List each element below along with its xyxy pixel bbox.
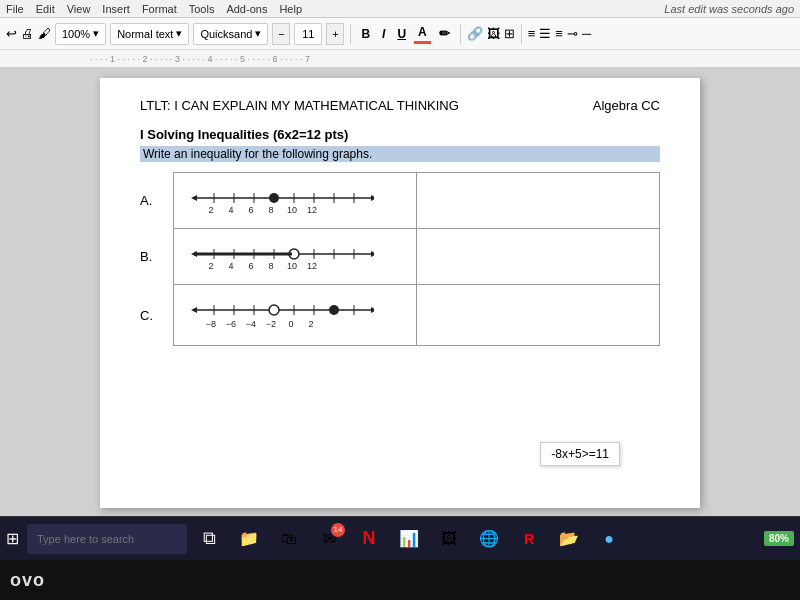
- notification-badge: 14: [331, 523, 345, 537]
- print-icon[interactable]: 🖨: [21, 26, 34, 41]
- toolbar: ↩ 🖨 🖌 100% ▾ Normal text ▾ Quicksand ▾ −…: [0, 18, 800, 50]
- number-line-table: A.: [140, 172, 660, 346]
- section-subtitle: Write an inequality for the following gr…: [140, 146, 660, 162]
- ruler: · · · · 1 · · · · · 2 · · · · · 3 · · · …: [0, 50, 800, 68]
- menu-file[interactable]: File: [6, 3, 24, 15]
- taskbar: ⊞ ⧉ 📁 🛍 ✉ 14 N 📊 🖼 🌐 R 📂 ● 80%: [0, 516, 800, 560]
- row-b-answer[interactable]: [416, 229, 659, 285]
- number-line-a-svg: 2 4 6 8 10 12: [184, 183, 374, 218]
- svg-point-11: [269, 193, 279, 203]
- minus-icon[interactable]: ─: [582, 26, 591, 41]
- svg-text:10: 10: [287, 261, 297, 271]
- row-a-label: A.: [140, 173, 173, 229]
- os-logo-bar: ovo: [0, 560, 800, 600]
- search-input[interactable]: [27, 524, 187, 554]
- svg-text:−6: −6: [226, 319, 236, 329]
- highlight-icon[interactable]: ✏: [435, 24, 454, 43]
- divider-1: [350, 24, 351, 44]
- svg-text:4: 4: [228, 261, 233, 271]
- menu-edit[interactable]: Edit: [36, 3, 55, 15]
- svg-text:12: 12: [307, 205, 317, 215]
- bold-button[interactable]: B: [357, 25, 374, 43]
- number-line-b-svg: 2 4 6 8 10 12: [184, 239, 374, 274]
- ruler-content: · · · · 1 · · · · · 2 · · · · · 3 · · · …: [90, 54, 800, 64]
- netflix-icon[interactable]: N: [351, 521, 387, 557]
- chevron-down-icon: ▾: [93, 27, 99, 40]
- underline-button[interactable]: U: [393, 25, 410, 43]
- svg-text:2: 2: [208, 205, 213, 215]
- number-line-c-svg: −8 −6 −4 −2 0 2: [184, 295, 374, 335]
- row-a-answer[interactable]: [416, 173, 659, 229]
- tooltip-popup: -8x+5>=11: [540, 442, 620, 466]
- divider-2: [460, 24, 461, 44]
- svg-text:6: 6: [248, 205, 253, 215]
- zoom-dropdown[interactable]: 100% ▾: [55, 23, 106, 45]
- svg-text:4: 4: [228, 205, 233, 215]
- svg-marker-2: [371, 195, 374, 201]
- row-a-line: 2 4 6 8 10 12: [173, 173, 416, 229]
- svg-marker-20: [371, 251, 374, 257]
- svg-marker-38: [191, 307, 197, 313]
- row-c-line: −8 −6 −4 −2 0 2: [173, 285, 416, 346]
- menu-bar: File Edit View Insert Format Tools Add-o…: [0, 0, 800, 18]
- chrome-icon[interactable]: 🌐: [471, 521, 507, 557]
- table-row: C.: [140, 285, 660, 346]
- chevron-down-icon: ▾: [255, 27, 261, 40]
- svg-text:−4: −4: [246, 319, 256, 329]
- style-dropdown[interactable]: Normal text ▾: [110, 23, 189, 45]
- header-right: Algebra CC: [593, 98, 660, 113]
- svg-text:10: 10: [287, 205, 297, 215]
- document-header: LTLT: I CAN EXPLAIN MY MATHEMATICAL THIN…: [140, 98, 660, 113]
- svg-text:8: 8: [268, 205, 273, 215]
- header-left: LTLT: I CAN EXPLAIN MY MATHEMATICAL THIN…: [140, 98, 459, 113]
- svg-text:−2: −2: [266, 319, 276, 329]
- menu-help[interactable]: Help: [279, 3, 302, 15]
- mail-icon[interactable]: ✉ 14: [311, 521, 347, 557]
- divider-3: [521, 24, 522, 44]
- battery-badge: 80%: [764, 531, 794, 546]
- taskview-icon[interactable]: ⧉: [191, 521, 227, 557]
- link-icon[interactable]: 🔗: [467, 26, 483, 41]
- italic-button[interactable]: I: [378, 25, 389, 43]
- os-logo-text: ovo: [10, 570, 45, 591]
- taskbar-right: 80%: [764, 531, 794, 546]
- section-title: I Solving Inequalities (6x2=12 pts): [140, 127, 660, 142]
- svg-text:−8: −8: [206, 319, 216, 329]
- roblox-icon[interactable]: R: [511, 521, 547, 557]
- menu-format[interactable]: Format: [142, 3, 177, 15]
- svg-marker-39: [371, 307, 374, 313]
- font-dropdown[interactable]: Quicksand ▾: [193, 23, 268, 45]
- font-increase-button[interactable]: +: [326, 23, 344, 45]
- chevron-down-icon: ▾: [176, 27, 182, 40]
- indent-icon[interactable]: ⊸: [567, 26, 578, 41]
- svg-point-49: [329, 305, 339, 315]
- row-c-label: C.: [140, 285, 173, 346]
- last-edit-label: Last edit was seconds ago: [664, 3, 794, 15]
- table-icon[interactable]: ⊞: [504, 26, 515, 41]
- menu-tools[interactable]: Tools: [189, 3, 215, 15]
- photos-icon[interactable]: 🖼: [431, 521, 467, 557]
- image-icon[interactable]: 🖼: [487, 26, 500, 41]
- font-color-button[interactable]: A: [414, 23, 431, 44]
- list-bullet-icon[interactable]: ≡: [555, 26, 563, 41]
- list-numbered-icon[interactable]: ☰: [539, 26, 551, 41]
- store-icon[interactable]: 🛍: [271, 521, 307, 557]
- file-explorer-icon[interactable]: 📁: [231, 521, 267, 557]
- undo-icon[interactable]: ↩: [6, 26, 17, 41]
- chart-icon[interactable]: 📊: [391, 521, 427, 557]
- menu-view[interactable]: View: [67, 3, 91, 15]
- row-b-label: B.: [140, 229, 173, 285]
- font-decrease-button[interactable]: −: [272, 23, 290, 45]
- svg-text:12: 12: [307, 261, 317, 271]
- align-icon[interactable]: ≡: [528, 26, 536, 41]
- files-icon[interactable]: 📂: [551, 521, 587, 557]
- windows-icon[interactable]: ⊞: [6, 529, 19, 548]
- paint-icon[interactable]: 🖌: [38, 26, 51, 41]
- main-area: LTLT: I CAN EXPLAIN MY MATHEMATICAL THIN…: [0, 68, 800, 516]
- row-b-line: 2 4 6 8 10 12: [173, 229, 416, 285]
- row-c-answer[interactable]: [416, 285, 659, 346]
- svg-text:0: 0: [288, 319, 293, 329]
- app-icon[interactable]: ●: [591, 521, 627, 557]
- menu-insert[interactable]: Insert: [102, 3, 130, 15]
- menu-addons[interactable]: Add-ons: [226, 3, 267, 15]
